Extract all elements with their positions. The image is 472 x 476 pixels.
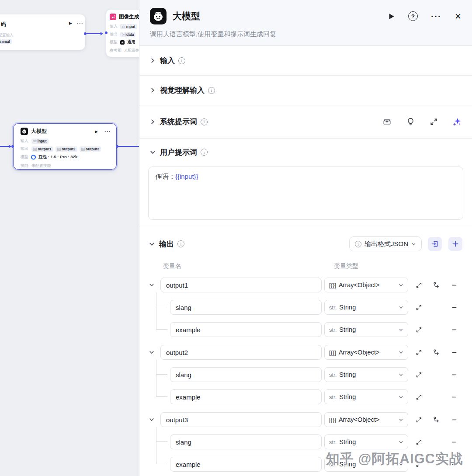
node-more-icon[interactable]: ··· <box>104 129 111 135</box>
variable-name-input[interactable] <box>170 300 322 315</box>
remove-row-icon[interactable] <box>449 414 459 425</box>
section-vision-label: 视觉理解输入 <box>160 85 205 95</box>
lightbulb-icon[interactable] <box>406 117 415 126</box>
variable-name-input[interactable] <box>170 457 322 472</box>
variable-type-select[interactable]: str.String <box>324 389 408 404</box>
output-child-row: str.String <box>139 434 472 449</box>
chevron-down-icon <box>399 395 403 400</box>
prompt-variable: {{input}} <box>175 173 198 180</box>
expand-row-icon[interactable] <box>413 324 424 335</box>
workflow-canvas[interactable]: 码 ▶ ··· 未配置输入 animal 图像生成 输入 strinput <box>0 0 139 476</box>
output-row: [{}]Array<Object> <box>139 278 472 292</box>
section-input[interactable]: 输入 i <box>139 46 472 76</box>
variable-type-select[interactable]: str.String <box>324 322 408 337</box>
ai-optimize-sparkle-icon[interactable] <box>452 117 462 126</box>
variable-type-select[interactable]: str.String <box>324 367 408 382</box>
node-input-dot[interactable] <box>105 31 108 34</box>
node-input-dot[interactable] <box>11 145 14 148</box>
expand-row-icon[interactable] <box>413 302 424 313</box>
node-partial-tag: animal <box>0 39 12 44</box>
output-format-dropdown[interactable]: i 输出格式JSON <box>349 236 422 251</box>
doubao-llm-icon <box>21 128 28 135</box>
chevron-down-icon[interactable] <box>149 241 155 247</box>
chevron-right-icon[interactable] <box>150 119 156 125</box>
chevron-right-icon[interactable] <box>150 87 156 93</box>
chevron-down-icon[interactable] <box>150 149 156 155</box>
remove-row-icon[interactable] <box>449 369 459 380</box>
row-value: 未配置参 <box>124 48 139 53</box>
output-child-row: str.String <box>139 389 472 404</box>
node-more-icon[interactable]: ··· <box>77 20 83 26</box>
variable-type-select[interactable]: [{}]Array<Object> <box>324 345 408 360</box>
chevron-down-icon[interactable] <box>148 417 155 422</box>
connector-wire <box>118 146 139 147</box>
section-user-prompt-header[interactable]: 用户提示词 i <box>139 139 472 166</box>
add-child-field-icon[interactable] <box>431 347 441 358</box>
row-label-input: 输入 <box>21 138 28 144</box>
workflow-editor: 码 ▶ ··· 未配置输入 animal 图像生成 输入 strinput <box>0 0 472 476</box>
variable-name-input[interactable] <box>170 434 322 449</box>
variable-name-input[interactable] <box>160 345 322 360</box>
output-row: [{}]Array<Object> <box>139 345 472 360</box>
variable-name-input[interactable] <box>160 412 322 427</box>
remove-row-icon[interactable] <box>449 302 459 313</box>
import-json-button[interactable] <box>428 237 442 251</box>
row-label: 输入 <box>110 24 118 29</box>
output-columns: 变量名 变量类型 <box>139 262 472 271</box>
close-button[interactable]: ✕ <box>455 11 462 21</box>
row-label-model: 模型 <box>21 154 28 160</box>
expand-row-icon[interactable] <box>413 437 424 447</box>
node-image-generation[interactable]: 图像生成 输入 strinput 输出 data 模型 通用 参考图 未配置参 <box>106 10 139 57</box>
output-tag: [{}]output2 <box>56 146 77 152</box>
more-button[interactable]: ··· <box>431 14 441 18</box>
variable-type-select[interactable]: str.String <box>324 434 408 449</box>
variable-name-input[interactable] <box>170 322 322 337</box>
expand-row-icon[interactable] <box>413 347 424 358</box>
remove-row-icon[interactable] <box>449 280 459 290</box>
node-run-icon[interactable]: ▶ <box>69 21 72 25</box>
skill-value: 未配置技能 <box>31 163 51 169</box>
chevron-right-icon[interactable] <box>150 58 156 63</box>
expand-row-icon[interactable] <box>413 414 424 425</box>
expand-row-icon[interactable] <box>413 369 424 380</box>
variable-name-input[interactable] <box>160 278 322 292</box>
node-partial[interactable]: 码 ▶ ··· 未配置输入 animal <box>0 14 85 50</box>
remove-row-icon[interactable] <box>449 392 459 402</box>
remove-row-icon[interactable] <box>449 437 459 447</box>
connector-wire <box>87 33 101 34</box>
section-vision-input[interactable]: 视觉理解输入 i <box>139 76 472 105</box>
section-system-prompt[interactable]: 系统提示词 i <box>139 105 472 139</box>
node-run-icon[interactable]: ▶ <box>95 129 98 134</box>
node-llm[interactable]: 大模型 ▶ ··· 输入 strinput 输出 [{}]output1 [{}… <box>13 123 117 170</box>
connector-arrowhead <box>101 32 103 35</box>
info-icon: i <box>201 149 208 156</box>
variable-type-select[interactable]: [{}]Array<Object> <box>324 278 408 292</box>
info-icon: i <box>177 240 184 247</box>
user-prompt-editor[interactable]: 俚语：{{input}} <box>148 167 463 220</box>
variable-name-input[interactable] <box>170 367 322 382</box>
help-button[interactable]: ? <box>408 11 418 21</box>
chevron-down-icon[interactable] <box>148 282 155 288</box>
node-partial-title: 码 <box>1 21 6 28</box>
output-tag: [{}]output3 <box>80 146 101 152</box>
info-icon: i <box>208 87 215 94</box>
chevron-down-icon[interactable] <box>148 350 155 355</box>
expand-row-icon[interactable] <box>413 280 424 290</box>
run-button[interactable] <box>388 13 395 20</box>
chevron-down-icon <box>399 440 403 445</box>
expand-icon[interactable] <box>430 118 438 126</box>
remove-row-icon[interactable] <box>449 324 459 335</box>
variable-type-select[interactable]: [{}]Array<Object> <box>324 412 408 427</box>
chevron-down-icon <box>399 283 403 288</box>
expand-row-icon[interactable] <box>413 392 424 402</box>
column-variable-name: 变量名 <box>163 262 181 271</box>
add-output-button[interactable] <box>448 237 462 251</box>
add-child-field-icon[interactable] <box>431 414 441 425</box>
image-generation-icon <box>110 14 116 20</box>
prompt-library-icon[interactable] <box>382 117 392 126</box>
variable-name-input[interactable] <box>170 389 322 404</box>
add-child-field-icon[interactable] <box>431 280 441 290</box>
row-label-skill: 技能 <box>21 163 28 169</box>
variable-type-select[interactable]: str.String <box>324 300 408 315</box>
remove-row-icon[interactable] <box>449 347 459 358</box>
